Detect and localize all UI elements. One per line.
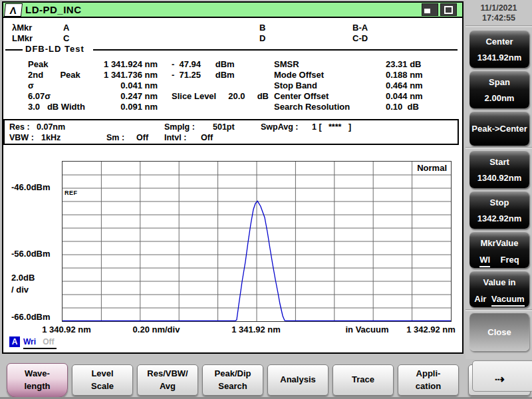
res-label: Res : (9, 122, 30, 132)
option-wavelength[interactable]: Wl (479, 255, 490, 267)
softkey-start[interactable]: Start 1340.92nm (469, 150, 529, 188)
result-label: Search Resolution (274, 102, 350, 112)
osa-screen: Λ LD-PD_INC λMkr A B B-A LMkr C D C-D DF… (0, 0, 532, 399)
smplg-value: 501pt (213, 122, 235, 132)
result-value: 0.044 nm (386, 92, 423, 101)
x-axis-div-label: 0.20 nm/div (133, 325, 180, 334)
time-label: 17:42:55 (466, 13, 532, 23)
option-frequency[interactable]: Freq (501, 255, 519, 267)
fkey-label: Appli- (398, 368, 458, 380)
softkey-span[interactable]: Span 2.00nm (469, 70, 529, 108)
fkey-label: Search (203, 380, 263, 393)
y-axis-bottom-label: -66.0dBm (11, 313, 51, 322)
y-axis-div-label: 2.0dB (11, 273, 35, 283)
trace-mode-label: Normal (417, 163, 447, 173)
fkey-trace[interactable]: Trace (332, 364, 394, 396)
softkey-value: 1340.92nm (469, 173, 529, 183)
intvl-value: Off (201, 133, 213, 142)
softkey-panel: 11/1/2021 17:42:55 Center 1341.92nm Span… (466, 0, 532, 359)
next-page-arrow-icon: ⇢ (469, 372, 530, 388)
minimize-button[interactable] (422, 3, 438, 16)
result-label: Peak (28, 60, 48, 69)
marker-cd-label: C-D (352, 34, 368, 43)
result-level: - 47.94 dBm (172, 60, 235, 69)
fkey-label: Wave- (7, 368, 67, 380)
intvl-label: Intvl : (164, 133, 186, 142)
trace-write-label: Wri (23, 337, 36, 346)
fkey-application[interactable]: Appli- cation (398, 364, 459, 396)
test-title-rule-left (5, 49, 23, 51)
swpavg-label: SwpAvg : (261, 122, 298, 132)
softkey-title: Stop (469, 198, 529, 207)
result-level: - 71.25 dBm (172, 70, 235, 80)
result-label: Stop Band (274, 81, 317, 90)
softkey-value: 2.00nm (469, 93, 529, 103)
marker-a-label: A (63, 23, 69, 33)
fkey-peak-dip-search[interactable]: Peak/Dip Search (202, 364, 263, 396)
datetime: 11/1/2021 17:42:55 (466, 3, 532, 23)
softkey-center[interactable]: Center 1341.92nm (469, 30, 529, 68)
softkey-title: Span (469, 77, 529, 87)
marker-ba-label: B-A (352, 23, 368, 33)
fkey-analysis[interactable]: Analysis (267, 364, 329, 396)
fkey-wavelength[interactable]: Wave- length (7, 363, 68, 398)
trace-off-label: Off (43, 337, 54, 346)
y-axis-ref-label: -46.0dBm (11, 183, 51, 192)
result-wavelength: 0.091 nm (57, 102, 158, 112)
maximize-icon (444, 6, 453, 14)
marker-c-label: C (63, 34, 69, 43)
fkey-level-scale[interactable]: Level Scale (72, 364, 133, 396)
fkey-label: Scale (72, 380, 132, 393)
sm-value: Off (136, 133, 148, 142)
softkey-close[interactable]: Close (469, 313, 529, 351)
marker-b-label: B (259, 23, 265, 33)
panel-divider (466, 309, 532, 311)
res-value: 0.07nm (37, 122, 65, 132)
result-label: σ (28, 81, 34, 90)
result-label: 6.07σ (28, 92, 51, 101)
smplg-label: Smplg : (164, 122, 195, 132)
y-axis-div-label2: / div (11, 285, 29, 295)
softkey-value-in[interactable]: Value in Air Vacuum (469, 271, 529, 307)
trace-a-indicator[interactable]: A Wri Off (9, 336, 57, 349)
result-label: Mode Offset (274, 70, 324, 80)
result-label: SMSR (274, 60, 299, 69)
titlebar: Λ LD-PD_INC (3, 3, 462, 18)
fkey-label: cation (398, 380, 458, 393)
level-marker-label: LMkr (12, 34, 33, 43)
fkey-label: Avg (138, 380, 198, 393)
fkey-more-pages[interactable]: ⇢ (468, 364, 531, 396)
test-title: DFB-LD Test (25, 45, 84, 54)
softkey-title: Start (469, 157, 529, 167)
x-axis-start-label: 1 340.92 nm (42, 325, 91, 334)
softkey-peak-to-center[interactable]: Peak->Center (469, 111, 529, 146)
fkey-label: Analysis (268, 374, 328, 386)
x-axis-medium-label: in Vacuum (345, 325, 388, 334)
option-air[interactable]: Air (474, 294, 486, 307)
fkey-label: Peak/Dip (203, 368, 263, 380)
softkey-stop[interactable]: Stop 1342.92nm (469, 191, 529, 229)
maximize-button[interactable] (440, 3, 457, 16)
lambda-marker-label: λMkr (12, 23, 32, 33)
softkey-title: Value in (469, 277, 529, 287)
result-value: 0.464 nm (386, 81, 423, 90)
marker-d-label: D (259, 34, 265, 43)
softkey-value: 1341.92nm (469, 53, 529, 63)
trace-a-badge: A (9, 336, 20, 347)
result-value: 0.188 nm (386, 70, 423, 80)
fkey-label: Trace (333, 374, 393, 386)
sweep-settings-box: Res : 0.07nm Smplg : 501pt SwpAvg : 1 [ … (3, 119, 459, 145)
softkey-title: Close (469, 313, 529, 351)
option-vacuum[interactable]: Vacuum (491, 294, 525, 307)
main-window: Λ LD-PD_INC λMkr A B B-A LMkr C D C-D DF… (2, 1, 464, 354)
fkey-res-vbw-avg[interactable]: Res/VBW/ Avg (137, 364, 198, 396)
result-wavelength: 1 341.736 nm (57, 70, 158, 80)
fkey-label: Level (72, 368, 132, 380)
softkey-mkr-value[interactable]: MkrValue Wl Freq (469, 231, 529, 268)
vbw-value: 1kHz (41, 133, 61, 142)
softkey-title: Peak->Center (469, 111, 529, 146)
vbw-label: VBW : (9, 133, 34, 142)
x-axis-stop-label: 1 342.92 nm (406, 325, 456, 334)
fkey-label: Res/VBW/ (138, 368, 198, 380)
test-title-rule-right (93, 49, 458, 51)
